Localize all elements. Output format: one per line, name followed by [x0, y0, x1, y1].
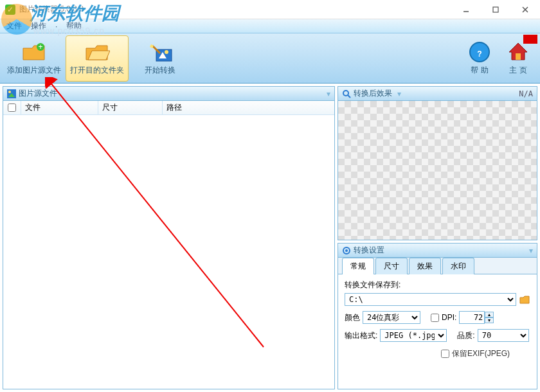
preview-canvas [338, 101, 537, 240]
tab-size[interactable]: 尺寸 [375, 258, 408, 274]
quality-label: 品质: [457, 330, 474, 341]
start-convert-button[interactable]: 开始转换 [129, 35, 192, 82]
folder-add-icon: + [21, 40, 47, 64]
preview-pane: 转换后效果 ▾ N/A [338, 86, 537, 240]
save-to-label: 转换文件保存到: [345, 280, 530, 290]
gear-icon [342, 246, 351, 255]
settings-tabs: 常规 尺寸 效果 水印 [338, 258, 537, 274]
color-label: 颜色 [345, 312, 360, 323]
home-icon [505, 40, 531, 64]
select-all-checkbox[interactable] [8, 103, 16, 112]
quality-select[interactable]: 70 [478, 329, 529, 342]
browse-folder-button[interactable] [519, 294, 530, 305]
toolbar: + 添加图片源文件 打开目的文件夹 开始转换 ? 帮 助 主 页 [0, 33, 540, 84]
svg-text:?: ? [477, 49, 482, 58]
format-label: 输出格式: [345, 330, 377, 341]
settings-header: 转换设置 ▾ [338, 244, 537, 258]
maximize-button[interactable] [481, 0, 510, 19]
chevron-down-icon[interactable]: ▾ [327, 89, 330, 98]
preview-na-label: N/A [519, 89, 533, 98]
column-file[interactable]: 文件 [21, 101, 98, 114]
source-list-title: 图片源文件 [19, 88, 57, 99]
chevron-down-icon[interactable]: ▾ [397, 89, 401, 98]
menubar: 文件 操作 · 帮助 [0, 19, 540, 33]
menu-file[interactable]: 文件 [6, 21, 22, 31]
svg-point-18 [8, 91, 11, 93]
keep-exif-label: 保留EXIF(JPEG) [452, 348, 510, 359]
tab-watermark[interactable]: 水印 [442, 258, 474, 274]
menu-action[interactable]: 操作 [31, 21, 46, 31]
menu-help[interactable]: 帮助 [66, 21, 82, 31]
preview-header: 转换后效果 ▾ N/A [338, 87, 537, 101]
source-list-header: 图片源文件 ▾ [3, 87, 334, 101]
svg-point-23 [345, 249, 348, 252]
keep-exif-checkbox[interactable] [441, 350, 449, 358]
column-size[interactable]: 尺寸 [98, 101, 163, 114]
help-icon: ? [467, 40, 492, 64]
svg-text:+: + [38, 42, 42, 51]
preview-title: 转换后效果 [354, 88, 392, 99]
titlebar: ✓ 图片转换器 5.0.0.0 [0, 0, 540, 19]
open-target-button[interactable]: 打开目的文件夹 [66, 35, 129, 82]
svg-line-21 [348, 95, 350, 98]
main-area: 图片源文件 ▾ 文件 尺寸 路径 转换后效果 ▾ N/A 转换设置 ▾ [0, 84, 540, 392]
settings-pane: 转换设置 ▾ 常规 尺寸 效果 水印 转换文件保存到: C:\ [338, 243, 537, 389]
tab-general[interactable]: 常规 [342, 258, 374, 274]
right-pane: 转换后效果 ▾ N/A 转换设置 ▾ 常规 尺寸 效果 水印 转换文件保存到: [338, 86, 537, 389]
image-icon [7, 89, 16, 98]
add-source-button[interactable]: + 添加图片源文件 [3, 35, 66, 82]
add-source-label: 添加图片源文件 [7, 65, 61, 76]
source-list-pane: 图片源文件 ▾ 文件 尺寸 路径 [3, 86, 335, 389]
settings-title: 转换设置 [354, 245, 384, 256]
magnifier-icon [342, 89, 351, 98]
svg-rect-16 [516, 53, 521, 60]
menu-sep: · [55, 22, 57, 31]
home-button[interactable]: 主 页 [499, 35, 537, 82]
home-label: 主 页 [509, 65, 526, 76]
app-icon: ✓ [5, 4, 15, 15]
window-title: 图片转换器 5.0.0.0 [19, 4, 84, 15]
svg-text:✓: ✓ [7, 5, 14, 14]
source-list-body[interactable] [3, 115, 334, 389]
dpi-input[interactable] [459, 311, 485, 324]
source-list-columns: 文件 尺寸 路径 [3, 101, 334, 115]
dpi-checkbox[interactable] [431, 314, 439, 322]
chevron-down-icon[interactable]: ▾ [529, 246, 533, 255]
dpi-label: DPI: [442, 313, 456, 322]
tab-effect[interactable]: 效果 [409, 258, 441, 274]
minimize-button[interactable] [451, 0, 481, 19]
save-path-select[interactable]: C:\ [345, 293, 516, 306]
column-path[interactable]: 路径 [163, 101, 334, 114]
svg-point-20 [343, 91, 348, 96]
window-controls [451, 0, 540, 19]
svg-point-10 [165, 50, 168, 54]
format-select[interactable]: JPEG (*.jpg) [380, 329, 447, 342]
svg-rect-3 [493, 7, 498, 12]
general-tab-body: 转换文件保存到: C:\ 颜色 24位真彩 DPI: [338, 274, 537, 389]
close-button[interactable] [510, 0, 540, 19]
open-target-label: 打开目的文件夹 [70, 65, 124, 76]
column-checkbox[interactable] [3, 101, 21, 114]
help-button[interactable]: ? 帮 助 [460, 35, 499, 82]
help-label: 帮 助 [471, 65, 488, 76]
dpi-down[interactable]: ▾ [485, 317, 494, 323]
folder-open-icon [84, 40, 110, 64]
dpi-up[interactable]: ▴ [485, 312, 494, 317]
start-convert-label: 开始转换 [145, 65, 176, 76]
color-select[interactable]: 24位真彩 [363, 311, 420, 324]
magic-wand-icon [147, 40, 173, 64]
